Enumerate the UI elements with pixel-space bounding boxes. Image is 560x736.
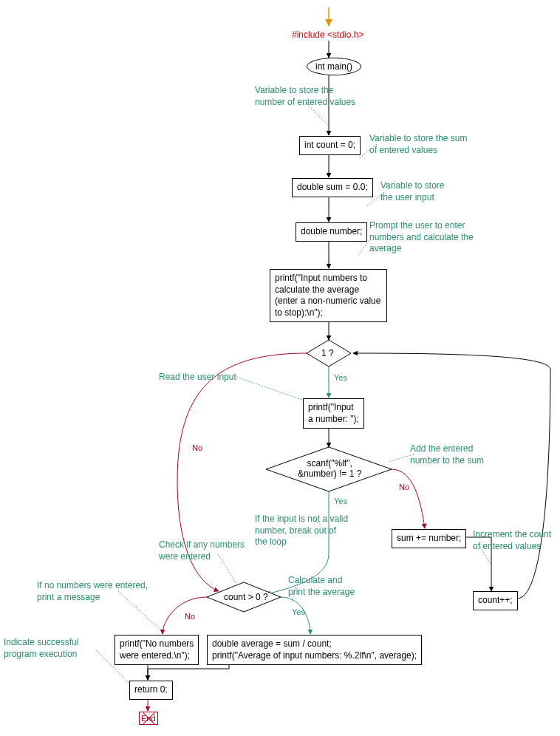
- comment-prompt: Prompt the user to enter numbers and cal…: [369, 220, 474, 255]
- function-main: int main(): [307, 58, 361, 75]
- stmt-decl-number: double number;: [296, 222, 367, 242]
- comment-calc: Calculate and print the average: [288, 575, 355, 598]
- comment-count: Variable to store the number of entered …: [255, 85, 355, 108]
- decision-scanf-cond: scanf("%lf", &number) != 1 ?: [298, 458, 361, 480]
- comment-inc: Increment the count of entered values: [473, 529, 551, 552]
- stmt-printf-input: printf("Input a number: ");: [303, 398, 364, 429]
- label-no-scanf: No: [399, 483, 409, 491]
- comment-nonums: If no numbers were entered, print a mess…: [37, 580, 148, 603]
- comment-read: Read the user input: [159, 372, 236, 384]
- decision-count-cond: count > 0 ?: [224, 592, 268, 602]
- label-yes-loop: Yes: [334, 373, 347, 382]
- preproc-include: #include <stdio.h>: [292, 30, 363, 40]
- comment-return: Indicate successful program execution: [4, 637, 78, 660]
- label-yes-count: Yes: [292, 607, 305, 616]
- label-no-count: No: [185, 612, 195, 621]
- label-no-loop: No: [192, 443, 202, 452]
- stmt-count-inc: count++;: [473, 591, 518, 610]
- stmt-return0: return 0;: [129, 681, 173, 700]
- label-yes-scanf: Yes: [334, 497, 347, 505]
- stmt-calc-avg: double average = sum / count; printf("Av…: [207, 635, 422, 665]
- comment-add: Add the entered number to the sum: [410, 443, 484, 466]
- comment-check: Check if any numbers were entered: [159, 539, 245, 562]
- stmt-decl-sum: double sum = 0.0;: [292, 178, 373, 197]
- decision-loop-cond: 1 ?: [321, 348, 334, 358]
- comment-number: Variable to store the user input: [380, 180, 445, 203]
- stmt-printf-prompt: printf("Input numbers to calculate the a…: [270, 269, 387, 322]
- svg-line-18: [236, 377, 310, 403]
- flowchart-edges: [0, 0, 560, 736]
- comment-sum: Variable to store the sum of entered val…: [369, 133, 468, 156]
- stmt-sum-add: sum += number;: [392, 529, 466, 548]
- comment-break: If the input is not a valid number, brea…: [255, 514, 348, 548]
- end-node: End: [139, 712, 158, 725]
- stmt-decl-count: int count = 0;: [299, 136, 361, 155]
- svg-line-17: [358, 240, 369, 255]
- stmt-printf-none: printf("No numbers were entered.\n");: [115, 635, 199, 665]
